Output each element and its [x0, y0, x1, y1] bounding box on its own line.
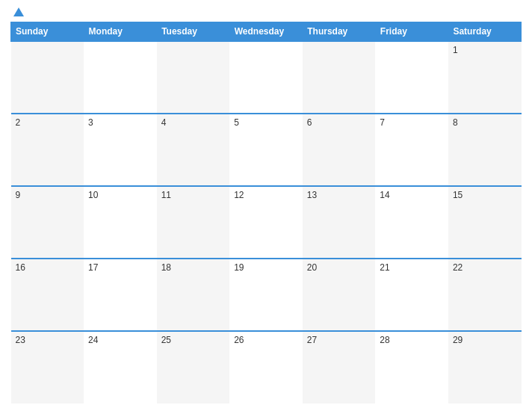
- calendar-day-cell: [157, 41, 230, 114]
- day-number: 7: [380, 117, 385, 128]
- day-number: 11: [161, 190, 171, 200]
- day-number: 9: [16, 190, 21, 200]
- calendar-day-cell: 7: [375, 114, 448, 186]
- day-of-week-header: Saturday: [448, 22, 522, 42]
- logo-triangle-icon: [13, 7, 24, 16]
- day-of-week-header: Sunday: [11, 22, 84, 42]
- calendar-day-cell: 18: [157, 259, 230, 331]
- calendar-day-cell: 5: [229, 114, 303, 186]
- day-number: 14: [380, 190, 389, 200]
- day-of-week-header: Friday: [375, 22, 448, 42]
- calendar-wrapper: SundayMondayTuesdayWednesdayThursdayFrid…: [0, 0, 532, 411]
- calendar-day-cell: 27: [303, 331, 376, 404]
- calendar-day-cell: [375, 41, 448, 114]
- calendar-header-row: SundayMondayTuesdayWednesdayThursdayFrid…: [11, 22, 522, 42]
- calendar-day-cell: 22: [448, 259, 522, 331]
- calendar-header: [10, 7, 522, 17]
- day-number: 24: [88, 335, 98, 345]
- day-number: 20: [307, 262, 317, 273]
- day-number: 18: [161, 262, 171, 273]
- calendar-day-cell: [11, 41, 84, 114]
- calendar-day-cell: 10: [84, 186, 157, 259]
- day-number: 12: [234, 190, 244, 200]
- calendar-day-cell: 26: [229, 331, 303, 404]
- day-number: 19: [234, 262, 244, 273]
- day-number: 6: [307, 117, 312, 128]
- calendar-day-cell: 17: [84, 259, 157, 331]
- day-number: 4: [161, 117, 167, 128]
- calendar-day-cell: 23: [11, 331, 84, 404]
- day-number: 29: [453, 335, 463, 345]
- calendar-week-row: 2345678: [11, 114, 522, 186]
- calendar-day-cell: 2: [11, 114, 84, 186]
- calendar-day-cell: 25: [157, 331, 230, 404]
- calendar-day-cell: 15: [448, 186, 522, 259]
- calendar-week-row: 9101112131415: [11, 186, 522, 259]
- calendar-day-cell: 6: [303, 114, 376, 186]
- day-number: 28: [380, 335, 389, 345]
- calendar-day-cell: 13: [303, 186, 376, 259]
- day-number: 16: [16, 262, 25, 273]
- calendar-day-cell: 24: [84, 331, 157, 404]
- day-number: 2: [16, 117, 21, 128]
- calendar-body: 1234567891011121314151617181920212223242…: [11, 41, 522, 404]
- calendar-day-cell: 16: [11, 259, 84, 331]
- day-of-week-header: Tuesday: [157, 22, 230, 42]
- calendar-day-cell: 29: [448, 331, 522, 404]
- calendar-table: SundayMondayTuesdayWednesdayThursdayFrid…: [10, 22, 522, 404]
- calendar-day-cell: 14: [375, 186, 448, 259]
- calendar-day-cell: 20: [303, 259, 376, 331]
- logo: [10, 7, 24, 17]
- day-number: 21: [380, 262, 389, 273]
- calendar-day-cell: [303, 41, 376, 114]
- calendar-day-cell: 9: [11, 186, 84, 259]
- calendar-day-cell: 19: [229, 259, 303, 331]
- day-of-week-header: Monday: [84, 22, 157, 42]
- day-number: 8: [453, 117, 458, 128]
- day-number: 13: [307, 190, 317, 200]
- day-number: 5: [234, 117, 239, 128]
- calendar-day-cell: 12: [229, 186, 303, 259]
- calendar-day-cell: 21: [375, 259, 448, 331]
- calendar-day-cell: 1: [448, 41, 522, 114]
- calendar-day-cell: 8: [448, 114, 522, 186]
- calendar-day-cell: [229, 41, 303, 114]
- calendar-day-cell: 3: [84, 114, 157, 186]
- day-number: 22: [453, 262, 463, 273]
- day-of-week-header: Thursday: [303, 22, 376, 42]
- day-number: 23: [16, 335, 25, 345]
- day-of-week-header: Wednesday: [229, 22, 303, 42]
- logo-blue-text: [10, 7, 24, 17]
- day-number: 17: [88, 262, 98, 273]
- calendar-day-cell: [84, 41, 157, 114]
- day-number: 3: [88, 117, 93, 128]
- calendar-week-row: 23242526272829: [11, 331, 522, 404]
- calendar-day-cell: 28: [375, 331, 448, 404]
- day-number: 27: [307, 335, 317, 345]
- day-number: 25: [161, 335, 171, 345]
- day-number: 10: [88, 190, 98, 200]
- day-number: 15: [453, 190, 463, 200]
- calendar-week-row: 1: [11, 41, 522, 114]
- calendar-day-cell: 11: [157, 186, 230, 259]
- day-number: 26: [234, 335, 244, 345]
- calendar-week-row: 16171819202122: [11, 259, 522, 331]
- calendar-day-cell: 4: [157, 114, 230, 186]
- day-number: 1: [453, 45, 458, 55]
